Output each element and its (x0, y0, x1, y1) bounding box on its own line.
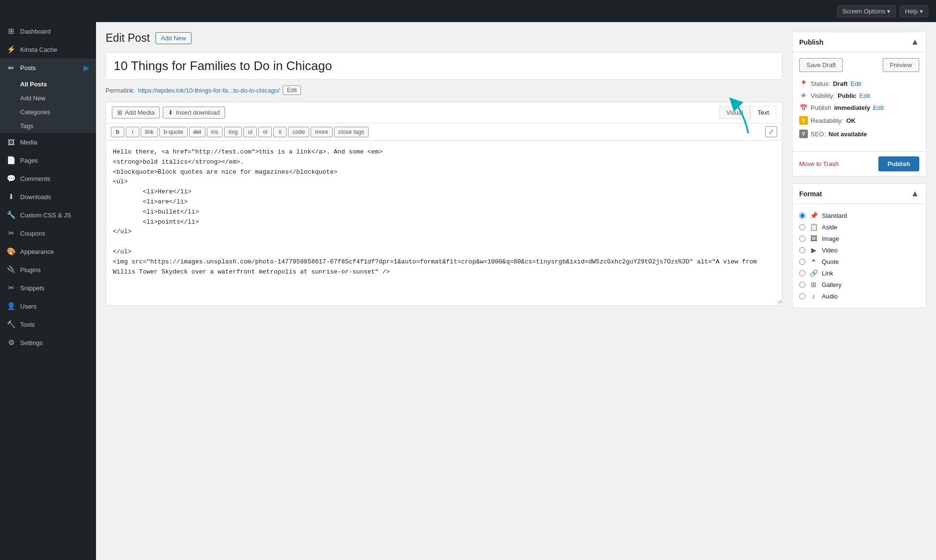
format-italic-button[interactable]: i (126, 127, 139, 137)
add-media-button[interactable]: ⊞ Add Media (112, 107, 160, 119)
format-ol-button[interactable]: ol (258, 127, 272, 137)
visibility-edit-link[interactable]: Edit (859, 92, 870, 99)
format-label-link: Link (822, 270, 833, 277)
editor-tabs: Visual Text (719, 106, 776, 119)
link-format-icon: 🔗 (809, 269, 818, 277)
format-option-gallery[interactable]: ⊞ Gallery (799, 279, 919, 290)
sidebar-item-custom-css-js[interactable]: 🔧 Custom CSS & JS (0, 206, 96, 224)
format-option-video[interactable]: ▶ Video (799, 244, 919, 256)
sidebar-item-dashboard[interactable]: ⊞ Dashboard (0, 22, 96, 40)
format-toolbar: b i link b-quote del ins img ul ol li co… (106, 123, 782, 141)
sidebar-item-comments[interactable]: 💬 Comments (0, 169, 96, 188)
sidebar-item-posts[interactable]: ✏ Posts ▶ (0, 59, 96, 77)
media-button-icon: ⊞ (117, 109, 122, 116)
readability-row: Y Readability: OK (799, 114, 919, 127)
permalink-link[interactable]: https://wpdev.ink/10-things-for-fa...to-… (138, 87, 279, 94)
format-del-button[interactable]: del (189, 127, 205, 137)
plugins-icon: 🔌 (7, 265, 15, 274)
format-radio-image[interactable] (799, 236, 805, 242)
sidebar-item-appearance[interactable]: 🎨 Appearance (0, 242, 96, 261)
format-option-aside[interactable]: 📋 Aside (799, 221, 919, 233)
audio-format-icon: ♪ (809, 292, 818, 300)
format-close-tags-button[interactable]: close tags (334, 127, 369, 137)
format-ins-button[interactable]: ins (207, 127, 223, 137)
status-edit-link[interactable]: Edit (851, 80, 861, 87)
publish-time-row: 📅 Publish immediately Edit (799, 102, 919, 114)
publish-metabox-header[interactable]: Publish ▲ (792, 32, 926, 52)
sidebar-item-tools[interactable]: 🔨 Tools (0, 315, 96, 334)
format-radio-link[interactable] (799, 270, 805, 276)
publish-metabox: Publish ▲ Save Draft Preview 📍 Status: D… (792, 32, 926, 177)
format-option-link[interactable]: 🔗 Link (799, 267, 919, 279)
posts-submenu: All Posts Add New Categories Tags (0, 77, 96, 133)
format-metabox-header[interactable]: Format ▲ (792, 184, 926, 204)
format-more-button[interactable]: more (311, 127, 332, 137)
sidebar-item-pages[interactable]: 📄 Pages (0, 151, 96, 169)
format-option-quote[interactable]: ❝ Quote (799, 256, 919, 267)
format-ul-button[interactable]: ul (243, 127, 257, 137)
publish-when-label: Publish (811, 104, 831, 111)
download-button-icon: ⬇ (168, 109, 173, 116)
format-radio-audio[interactable] (799, 293, 805, 299)
format-bold-button[interactable]: b (111, 127, 124, 137)
calendar-icon: 📅 (799, 104, 808, 111)
format-radio-gallery[interactable] (799, 282, 805, 288)
expand-editor-button[interactable]: ⤢ (765, 126, 777, 137)
readability-icon: Y (799, 116, 808, 125)
sidebar-item-downloads[interactable]: ⬇ Downloads (0, 188, 96, 206)
add-new-button[interactable]: Add New (156, 32, 192, 44)
format-radio-standard[interactable] (799, 213, 805, 219)
sidebar-item-users[interactable]: 👤 Users (0, 297, 96, 315)
format-option-audio[interactable]: ♪ Audio (799, 290, 919, 302)
status-label: Status: (811, 80, 830, 87)
sidebar-item-kinsta-cache[interactable]: ⚡ Kinsta Cache (0, 40, 96, 59)
post-title-input[interactable] (114, 59, 774, 73)
sidebar-item-media[interactable]: 🖼 Media (0, 133, 96, 151)
sidebar-item-all-posts[interactable]: All Posts (0, 77, 96, 91)
screen-options-button[interactable]: Screen Options ▾ (837, 5, 896, 17)
format-label-video: Video (822, 247, 838, 254)
save-draft-button[interactable]: Save Draft (799, 58, 843, 72)
sidebar-item-coupons[interactable]: ✂ Coupons (0, 224, 96, 242)
sidebar-item-snippets[interactable]: ✂ Snippets (0, 279, 96, 297)
format-radio-quote[interactable] (799, 259, 805, 265)
publish-button[interactable]: Publish (878, 156, 919, 171)
help-button[interactable]: Help ▾ (900, 5, 928, 17)
editor-textarea[interactable]: Hello there, <a href="http://test.com">t… (106, 141, 782, 304)
publish-time-edit-link[interactable]: Edit (873, 104, 884, 111)
preview-button[interactable]: Preview (883, 58, 919, 72)
tab-text[interactable]: Text (750, 106, 776, 119)
readability-value: OK (846, 117, 856, 124)
sidebar-item-tags[interactable]: Tags (0, 119, 96, 133)
format-li-button[interactable]: li (273, 127, 287, 137)
publish-meta: 📍 Status: Draft Edit 👁 Visibility: Publi… (799, 78, 919, 141)
status-value: Draft (833, 80, 847, 87)
format-link-button[interactable]: link (141, 127, 158, 137)
format-option-standard[interactable]: 📌 Standard (799, 210, 919, 221)
kinsta-icon: ⚡ (7, 45, 15, 54)
format-label-audio: Audio (822, 293, 838, 300)
tab-visual[interactable]: Visual (719, 106, 750, 119)
sidebar-item-settings[interactable]: ⚙ Settings (0, 334, 96, 352)
format-bquote-button[interactable]: b-quote (159, 127, 188, 137)
sidebar-item-add-new[interactable]: Add New (0, 91, 96, 105)
format-img-button[interactable]: img (224, 127, 242, 137)
move-to-trash-link[interactable]: Move to Trash (799, 160, 839, 167)
format-code-button[interactable]: code (288, 127, 309, 137)
format-radio-video[interactable] (799, 247, 805, 253)
downloads-icon: ⬇ (7, 192, 15, 201)
permalink-edit-button[interactable]: Edit (283, 85, 301, 95)
format-label-aside: Aside (822, 224, 838, 231)
layout: ⊞ Dashboard ⚡ Kinsta Cache ✏ Posts ▶ All… (0, 22, 936, 560)
permalink-label: Permalink: (106, 87, 135, 94)
format-option-image[interactable]: 🖼 Image (799, 233, 919, 244)
chevron-down-icon: ▾ (920, 8, 923, 15)
sidebar-item-categories[interactable]: Categories (0, 105, 96, 119)
image-format-icon: 🖼 (809, 235, 818, 242)
insert-download-button[interactable]: ⬇ Insert download (163, 107, 225, 119)
right-column: Publish ▲ Save Draft Preview 📍 Status: D… (792, 32, 926, 550)
format-metabox-body: 📌 Standard 📋 Aside 🖼 Image (792, 204, 926, 308)
sidebar-item-plugins[interactable]: 🔌 Plugins (0, 261, 96, 279)
publish-actions: Save Draft Preview (799, 58, 919, 72)
format-radio-aside[interactable] (799, 224, 805, 230)
